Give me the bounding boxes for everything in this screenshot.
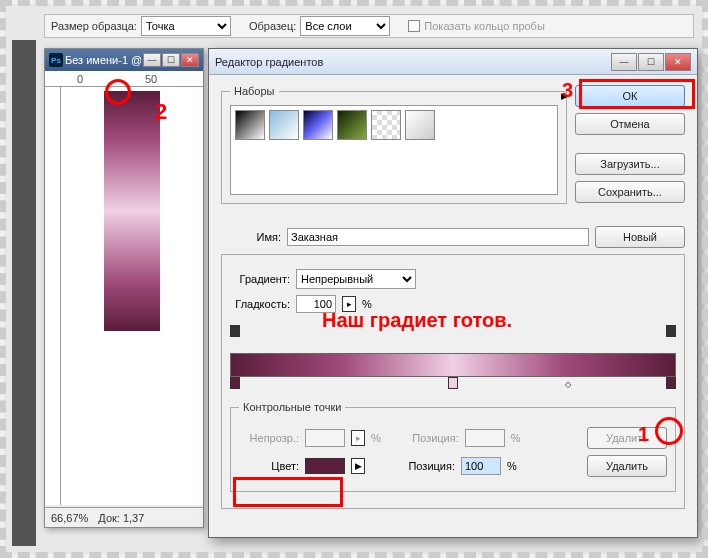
preset-swatch[interactable] xyxy=(337,110,367,140)
opacity-position-label: Позиция: xyxy=(409,432,459,444)
sample-size-label: Размер образца: xyxy=(51,20,137,32)
save-button[interactable]: Сохранить... xyxy=(575,181,685,203)
opacity-input xyxy=(305,429,345,447)
color-stop-selected[interactable] xyxy=(666,377,676,389)
doc-titlebar[interactable]: Ps Без имени-1 @ 66,7% (Сл… — ☐ ✕ xyxy=(45,49,203,71)
preset-swatch[interactable] xyxy=(269,110,299,140)
annotation-rect-color xyxy=(233,477,343,507)
show-ring-checkbox[interactable] xyxy=(408,20,420,32)
editor-title: Редактор градиентов xyxy=(215,56,611,68)
new-button[interactable]: Новый xyxy=(595,226,685,248)
color-position-input[interactable] xyxy=(461,457,501,475)
editor-maximize-button[interactable]: ☐ xyxy=(638,53,664,71)
editor-close-button[interactable]: ✕ xyxy=(665,53,691,71)
color-chip[interactable] xyxy=(305,458,345,474)
doc-size: Док: 1,37 xyxy=(98,512,144,524)
preset-swatch[interactable] xyxy=(371,110,401,140)
gradient-settings-fieldset: Градиент: Непрерывный Гладкость: ▸ % Наш… xyxy=(221,254,685,509)
preset-swatch[interactable] xyxy=(303,110,333,140)
opacity-stop-right[interactable] xyxy=(666,325,676,337)
name-label: Имя: xyxy=(221,231,281,243)
gradient-type-label: Градиент: xyxy=(230,273,290,285)
annotation-number-1: 1 xyxy=(638,423,649,446)
opacity-label: Непрозр.: xyxy=(239,432,299,444)
options-bar: Размер образца: Точка Образец: Все слои … xyxy=(44,14,694,38)
annotation-circle-2 xyxy=(105,79,131,105)
zoom-value[interactable]: 66,67% xyxy=(51,512,88,524)
stops-legend: Контрольные точки xyxy=(239,401,345,413)
editor-minimize-button[interactable]: — xyxy=(611,53,637,71)
annotation-circle-1 xyxy=(655,417,683,445)
doc-status-bar: 66,67% Док: 1,37 xyxy=(45,507,203,527)
cancel-button[interactable]: Отмена xyxy=(575,113,685,135)
annotation-number-3: 3 xyxy=(562,79,573,102)
gradient-result xyxy=(104,91,160,331)
opacity-position-input xyxy=(465,429,505,447)
ruler-mark: 0 xyxy=(77,73,83,85)
sample-layers-select[interactable]: Все слои xyxy=(300,16,390,36)
presets-list[interactable] xyxy=(230,105,558,195)
document-window: Ps Без имени-1 @ 66,7% (Сл… — ☐ ✕ 0 50 6… xyxy=(44,48,204,528)
presets-fieldset: Наборы ▶ xyxy=(221,85,567,204)
presets-legend: Наборы xyxy=(230,85,279,97)
color-label: Цвет: xyxy=(239,460,299,472)
gradient-type-select[interactable]: Непрерывный xyxy=(296,269,416,289)
tools-panel[interactable] xyxy=(12,40,36,546)
ruler-vertical[interactable] xyxy=(45,87,61,505)
annotation-number-2: 2 xyxy=(155,99,167,125)
annotation-ready-text: Наш градиет готов. xyxy=(322,309,512,332)
gradient-bar[interactable] xyxy=(230,353,676,377)
photoshop-icon: Ps xyxy=(49,53,63,67)
color-stop[interactable] xyxy=(448,377,458,389)
gradient-editor-dialog: Редактор градиентов — ☐ ✕ Наборы ▶ xyxy=(208,48,698,538)
color-position-label: Позиция: xyxy=(405,460,455,472)
delete-color-stop-button[interactable]: Удалить xyxy=(587,455,667,477)
opacity-stop-left[interactable] xyxy=(230,325,240,337)
name-input[interactable] xyxy=(287,228,589,246)
editor-titlebar[interactable]: Редактор градиентов — ☐ ✕ xyxy=(209,49,697,75)
midpoint-marker[interactable]: ◇ xyxy=(565,380,571,389)
load-button[interactable]: Загрузить... xyxy=(575,153,685,175)
opacity-stepper: ▸ xyxy=(351,430,365,446)
doc-minimize-button[interactable]: — xyxy=(143,53,161,67)
doc-title: Без имени-1 @ 66,7% (Сл… xyxy=(65,54,141,66)
sample-label: Образец: xyxy=(249,20,296,32)
color-menu-icon[interactable]: ▶ xyxy=(351,458,365,474)
color-stop[interactable] xyxy=(230,377,240,389)
ruler-mark: 50 xyxy=(145,73,157,85)
sample-size-select[interactable]: Точка xyxy=(141,16,231,36)
canvas[interactable] xyxy=(61,87,203,505)
annotation-rect-ok xyxy=(579,79,695,109)
show-ring-label: Показать кольцо пробы xyxy=(424,20,545,32)
doc-maximize-button[interactable]: ☐ xyxy=(162,53,180,67)
preset-swatch[interactable] xyxy=(405,110,435,140)
doc-close-button[interactable]: ✕ xyxy=(181,53,199,67)
preset-swatch[interactable] xyxy=(235,110,265,140)
smoothness-label: Гладкость: xyxy=(230,298,290,310)
